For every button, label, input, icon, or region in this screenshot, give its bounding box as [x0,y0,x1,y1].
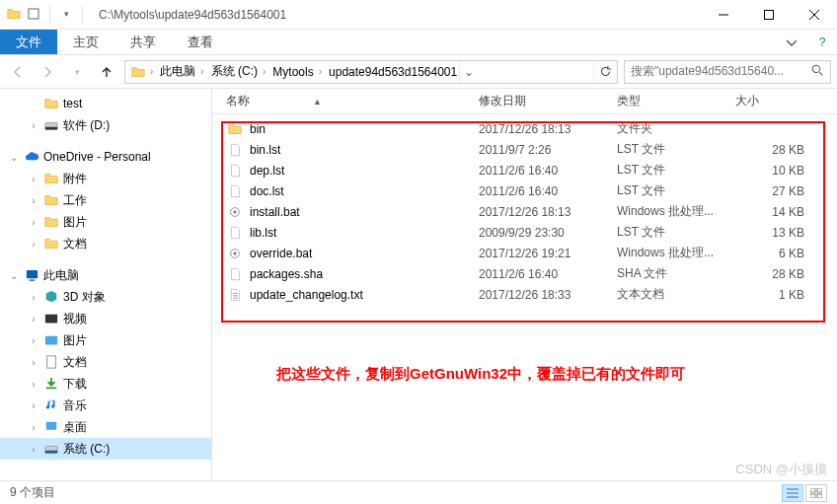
folder-icon [43,236,59,252]
file-type: Windows 批处理... [617,203,735,220]
svg-rect-29 [810,494,815,498]
column-date[interactable]: 修改日期 [479,93,617,109]
crumb-system-c[interactable]: 系统 (C:) [211,63,258,80]
tab-home[interactable]: 主页 [57,30,114,54]
back-button[interactable] [6,60,30,84]
tree-item-test[interactable]: test [0,93,211,114]
help-button[interactable]: ? [807,30,837,54]
svg-rect-8 [45,127,57,130]
file-name: override.bat [250,247,312,260]
gear-icon [226,204,244,220]
file-date: 2011/2/6 16:40 [479,267,617,281]
tree-item-pictures[interactable]: ›图片 [0,211,211,233]
tree-item-attachments[interactable]: ›附件 [0,168,211,189]
tree-item-onedrive[interactable]: ⌄OneDrive - Personal [0,146,211,168]
file-row[interactable]: doc.lst2011/2/6 16:40LST 文件27 KB [226,180,827,201]
details-view-button[interactable] [782,484,803,502]
chevron-right-icon[interactable]: › [147,66,156,77]
svg-rect-9 [26,269,37,277]
svg-rect-28 [817,488,822,492]
file-row[interactable]: update_changelog.txt2017/12/26 18:33文本文档… [226,284,827,305]
forward-button[interactable] [36,60,59,84]
file-row[interactable]: override.bat2017/12/26 19:21Windows 批处理.… [226,243,827,263]
tree-item-work[interactable]: ›工作 [0,189,211,211]
tree-item-downloads[interactable]: ›下载 [0,373,211,395]
folder-icon [43,214,59,230]
music-icon [43,397,59,413]
file-date: 2017/12/26 19:21 [479,247,617,260]
navigation-tree[interactable]: test ›软件 (D:) ⌄OneDrive - Personal ›附件 ›… [0,89,212,480]
column-size[interactable]: 大小 [735,93,804,109]
address-dropdown-button[interactable]: ⌄ [459,61,477,83]
search-icon[interactable] [811,64,824,80]
dropdown-icon[interactable]: ▾ [58,6,74,22]
checkbox-icon[interactable] [26,6,41,22]
tree-item-music[interactable]: ›音乐 [0,395,211,416]
title-bar: ▾ C:\Mytools\update94d563d1564001 [0,0,837,30]
file-row[interactable]: bin2017/12/26 18:13文件夹 [226,118,827,139]
tab-share[interactable]: 共享 [114,30,172,54]
svg-rect-12 [45,336,57,345]
chevron-right-icon[interactable]: › [316,66,325,77]
file-date: 2017/12/26 18:13 [479,205,617,219]
crumb-mytools[interactable]: Mytools [272,65,313,79]
file-row[interactable]: bin.lst2011/9/7 2:26LST 文件28 KB [226,139,827,160]
file-icon [226,266,244,282]
video-icon [43,311,59,326]
refresh-button[interactable] [593,61,617,83]
up-button[interactable] [95,60,118,84]
file-list[interactable]: bin2017/12/26 18:13文件夹bin.lst2011/9/7 2:… [212,114,837,309]
separator [49,6,50,24]
file-icon [226,183,244,199]
tab-file[interactable]: 文件 [0,30,57,54]
tree-item-desktop[interactable]: ›桌面 [0,416,211,438]
tree-item-software-d[interactable]: ›软件 (D:) [0,114,211,136]
file-row[interactable]: dep.lst2011/2/6 16:40LST 文件10 KB [226,160,827,180]
tree-item-system-c[interactable]: ›系统 (C:) [0,438,211,460]
file-row[interactable]: install.bat2017/12/26 18:13Windows 批处理..… [226,201,827,222]
maximize-button[interactable] [746,0,792,30]
file-name: doc.lst [250,184,284,198]
address-bar[interactable]: › 此电脑› 系统 (C:)› Mytools› update94d563d15… [124,60,618,84]
thumbnails-view-button[interactable] [805,484,827,502]
disk-icon [43,441,59,457]
crumb-thispc[interactable]: 此电脑 [160,63,195,80]
tree-item-3d-objects[interactable]: ›3D 对象 [0,286,211,308]
chevron-right-icon[interactable]: › [197,66,206,77]
svg-rect-16 [45,451,57,454]
file-row[interactable]: lib.lst2009/9/29 23:30LST 文件13 KB [226,222,827,243]
file-type: 文本文档 [617,286,735,303]
file-name: lib.lst [250,226,276,240]
download-icon [43,376,59,392]
chevron-right-icon[interactable]: › [260,66,268,77]
search-input[interactable]: 搜索"update94d563d15640... [624,60,831,84]
svg-point-5 [812,65,819,72]
crumb-current[interactable]: update94d563d1564001 [329,65,457,79]
file-date: 2017/12/26 18:13 [479,122,617,136]
file-row[interactable]: packages.sha2011/2/6 16:40SHA 文件28 KB [226,263,827,284]
column-name[interactable]: 名称▲ [226,93,479,109]
file-type: LST 文件 [617,224,735,241]
file-name: packages.sha [250,267,323,281]
file-type: LST 文件 [617,162,735,179]
folder-icon [6,6,22,22]
disk-icon [43,117,59,133]
recent-locations-button[interactable]: ▾ [65,60,89,84]
close-button[interactable] [792,0,837,30]
column-type[interactable]: 类型 [617,93,735,109]
pc-icon [24,267,39,283]
tree-item-documents2[interactable]: ›文档 [0,351,211,373]
tree-item-documents[interactable]: ›文档 [0,233,211,254]
tree-item-pictures2[interactable]: ›图片 [0,329,211,351]
folder-icon [226,121,244,137]
tree-item-this-pc[interactable]: ⌄此电脑 [0,264,211,286]
gear-icon [226,246,244,261]
tree-item-videos[interactable]: ›视频 [0,308,211,329]
svg-rect-14 [46,422,57,430]
ribbon-expand-button[interactable] [776,30,807,54]
file-type: SHA 文件 [617,265,735,282]
search-placeholder: 搜索"update94d563d15640... [631,63,811,80]
svg-rect-0 [29,9,38,19]
tab-view[interactable]: 查看 [172,30,229,54]
minimize-button[interactable] [701,0,746,30]
